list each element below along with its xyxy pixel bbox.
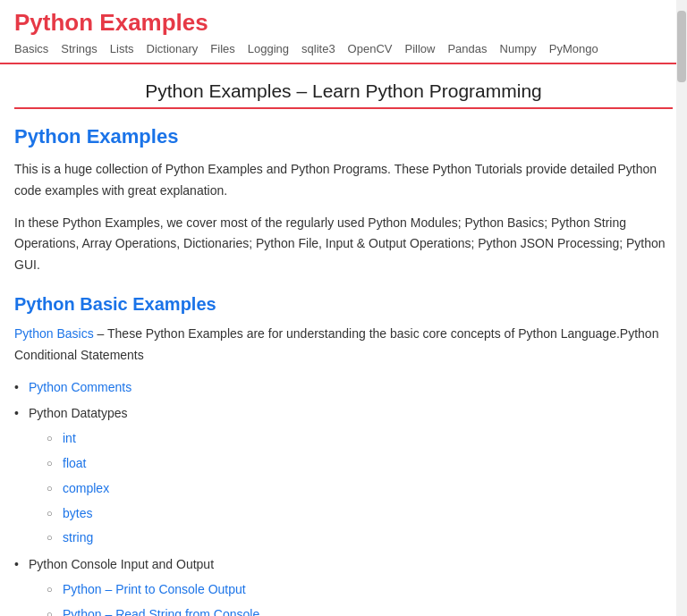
scrollbar-thumb[interactable]: [677, 11, 686, 82]
console-sub-list: Python – Print to Console Output Python …: [29, 579, 673, 616]
datatypes-label: Python Datatypes: [29, 406, 128, 420]
scrollbar[interactable]: [676, 0, 687, 616]
python-comments-link[interactable]: Python Comments: [29, 380, 131, 394]
intro-paragraph-1: This is a huge collection of Python Exam…: [14, 159, 673, 202]
nav-pymongo[interactable]: PyMongo: [549, 42, 598, 55]
nav-logging[interactable]: Logging: [248, 42, 289, 55]
nav-pandas[interactable]: Pandas: [447, 42, 487, 55]
main-content: Python Examples This is a huge collectio…: [0, 109, 687, 616]
basics-intro-paragraph: Python Basics – These Python Examples ar…: [14, 324, 673, 367]
nav-files[interactable]: Files: [210, 42, 234, 55]
site-title: Python Examples: [14, 9, 673, 37]
basics-intro-text: – These Python Examples are for understa…: [14, 326, 658, 362]
int-link[interactable]: int: [63, 431, 76, 445]
list-item-console: Python Console Input and Output Python –…: [14, 554, 673, 616]
nav-pillow[interactable]: Pillow: [404, 42, 435, 55]
nav-numpy[interactable]: Numpy: [500, 42, 537, 55]
nav-strings[interactable]: Strings: [61, 42, 97, 55]
nav-lists[interactable]: Lists: [110, 42, 134, 55]
bytes-link[interactable]: bytes: [63, 506, 92, 520]
datatypes-sub-list: int float complex bytes string: [29, 428, 673, 549]
sub-item-complex: complex: [47, 478, 673, 500]
sub-item-string: string: [47, 527, 673, 549]
string-link[interactable]: string: [63, 530, 93, 544]
nav-basics[interactable]: Basics: [14, 42, 48, 55]
main-list: Python Comments Python Datatypes int flo…: [14, 377, 673, 616]
float-link[interactable]: float: [63, 456, 86, 470]
sub-item-float: float: [47, 453, 673, 475]
read-string-link[interactable]: Python – Read String from Console: [63, 607, 259, 616]
sub-item-int: int: [47, 428, 673, 450]
sub-item-read-string: Python – Read String from Console: [47, 604, 673, 616]
print-link[interactable]: Python – Print to Console Output: [63, 582, 246, 596]
list-item-datatypes: Python Datatypes int float complex bytes…: [14, 403, 673, 549]
basic-examples-heading: Python Basic Examples: [14, 294, 673, 315]
header: Python Examples Basics Strings Lists Dic…: [0, 0, 687, 64]
page-title-section: Python Examples – Learn Python Programmi…: [14, 64, 673, 109]
nav-sqlite3[interactable]: sqlite3: [301, 42, 335, 55]
main-nav: Basics Strings Lists Dictionary Files Lo…: [14, 42, 673, 63]
page-title: Python Examples – Learn Python Programmi…: [14, 80, 673, 102]
complex-link[interactable]: complex: [63, 481, 109, 495]
list-item-comments: Python Comments: [14, 377, 673, 399]
nav-opencv[interactable]: OpenCV: [348, 42, 393, 55]
sub-item-print: Python – Print to Console Output: [47, 579, 673, 601]
console-label: Python Console Input and Output: [29, 557, 214, 571]
main-heading: Python Examples: [14, 125, 673, 148]
python-basics-link[interactable]: Python Basics: [14, 326, 94, 341]
intro-paragraph-2: In these Python Examples, we cover most …: [14, 213, 673, 276]
sub-item-bytes: bytes: [47, 503, 673, 525]
nav-dictionary[interactable]: Dictionary: [147, 42, 199, 55]
